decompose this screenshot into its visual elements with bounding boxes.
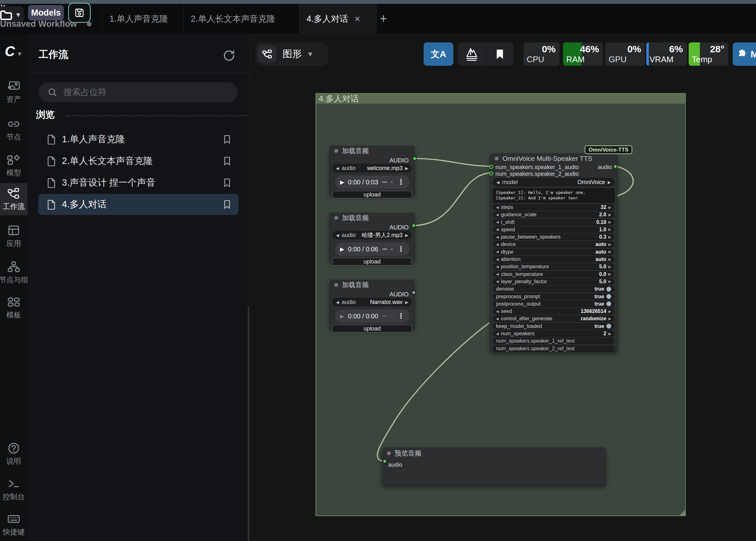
omnivoice-widget-num_speakers.speaker_2_ref_text[interactable]: num_speakers.speaker_2_ref_text [493, 345, 614, 352]
toggle-knob[interactable] [606, 294, 611, 299]
graph-mode-dropdown[interactable]: 图形 ▾ [255, 42, 328, 66]
seek-slider[interactable] [382, 315, 387, 317]
omnivoice-widget-position_temperature[interactable]: ◀position_temperature5.0▶ [493, 264, 614, 270]
decrement-arrow-icon[interactable]: ◀ [496, 228, 499, 231]
workflow-item-3[interactable]: 3.声音设计 捏一个声音 [38, 172, 238, 193]
rail-item-nodes-and-groups[interactable]: 节点与组 [0, 261, 27, 285]
prev-arrow-icon[interactable]: ◀ [336, 166, 339, 170]
audio-file-combo[interactable]: ◀ audio 哈喽-男人2.mp3 ▶ [332, 231, 412, 239]
omnivoice-widget-t_shift[interactable]: ◀t_shift0.10▶ [493, 219, 614, 226]
decrement-arrow-icon[interactable]: ◀ [496, 317, 499, 320]
decrement-arrow-icon[interactable]: ◀ [496, 272, 499, 276]
omnivoice-widget-pause_between_speakers[interactable]: ◀pause_between_speakers0.3▶ [493, 234, 614, 240]
collapse-dot-icon[interactable] [387, 451, 391, 455]
load-audio-node-2[interactable]: 加载音频 AUDIO ◀ audio 哈喽-男人2.mp3 ▶ ▶ 0:00 /… [329, 213, 415, 262]
port-omni-speaker1-in[interactable] [489, 165, 494, 169]
rail-item-help[interactable]: 说明 [0, 442, 27, 466]
bookmark-button[interactable] [486, 42, 514, 66]
increment-arrow-icon[interactable]: ▶ [608, 236, 611, 239]
preview-audio-node[interactable]: 预览音频 audio [382, 447, 606, 485]
kebab-menu-icon[interactable]: ⋮ [397, 178, 404, 186]
tab-long-text-voice-clone[interactable]: 2.单人长文本声音克隆 [184, 4, 306, 34]
bookmark-icon[interactable] [223, 135, 231, 144]
omnivoice-widget-attention[interactable]: ◀attentionauto▶ [493, 256, 614, 263]
model-combo[interactable]: ◀ model OmniVoice ▶ [493, 178, 614, 186]
omnivoice-widget-postprocess_output[interactable]: postprocess_outputtrue [493, 301, 614, 307]
node-header[interactable]: 预览音频 [382, 448, 605, 459]
panel-scrollbar[interactable] [248, 306, 249, 541]
increment-arrow-icon[interactable]: ▶ [608, 332, 611, 335]
increment-arrow-icon[interactable]: ▶ [608, 213, 611, 217]
decrement-arrow-icon[interactable]: ◀ [496, 258, 499, 261]
omnivoice-widget-class_temperature[interactable]: ◀class_temperature0.0▶ [493, 271, 614, 277]
omnivoice-widget-guidance_scale[interactable]: ◀guidance_scale2.0▶ [493, 212, 614, 218]
group-header[interactable]: 4.多人对话 [316, 94, 685, 104]
decrement-arrow-icon[interactable]: ◀ [496, 310, 499, 313]
port-load3-audio-out[interactable] [412, 290, 416, 295]
tab-voice-clone[interactable]: 1.单人声音克隆 [102, 4, 190, 34]
node-header[interactable]: OmniVoice Multi-Speaker TTS [490, 154, 617, 163]
increment-arrow-icon[interactable]: ▶ [608, 272, 611, 276]
rail-item-apps[interactable]: 应用 [0, 225, 27, 249]
prev-arrow-icon[interactable]: ◀ [496, 180, 500, 184]
rail-item-console[interactable]: 控制台 [0, 478, 27, 502]
omnivoice-widget-denoise[interactable]: denoisetrue [493, 286, 614, 292]
increment-arrow-icon[interactable]: ▶ [608, 265, 611, 269]
increment-arrow-icon[interactable]: ▶ [608, 228, 611, 231]
next-arrow-icon[interactable]: ▶ [405, 166, 408, 170]
rail-item-models[interactable]: 模型 [0, 154, 27, 178]
node-header[interactable]: 加载音频 [330, 213, 414, 223]
collapse-dot-icon[interactable] [334, 149, 338, 153]
increment-arrow-icon[interactable]: ▶ [608, 250, 611, 254]
upload-button[interactable]: upload [332, 191, 412, 199]
omnivoice-widget-num_speakers[interactable]: ◀num_speakers2▶ [493, 330, 614, 337]
toggle-knob[interactable] [606, 301, 611, 306]
increment-arrow-icon[interactable]: ▶ [608, 310, 611, 313]
decrement-arrow-icon[interactable]: ◀ [496, 221, 499, 224]
load-audio-node-3[interactable]: 加载音频 AUDIO ◀ audio Narrator.wav ▶ ▶ 0:00… [329, 280, 415, 329]
increment-arrow-icon[interactable]: ▶ [608, 258, 611, 261]
omnivoice-widget-num_speakers.speaker_1_ref_text[interactable]: num_speakers.speaker_1_ref_text [493, 338, 614, 344]
upload-button[interactable]: upload [332, 258, 412, 266]
rail-item-nodes[interactable]: 节点 [0, 118, 27, 142]
decrement-arrow-icon[interactable]: ◀ [496, 236, 499, 239]
omnivoice-widget-preprocess_prompt[interactable]: preprocess_prompttrue [493, 293, 614, 300]
omnivoice-widget-device[interactable]: ◀deviceauto▶ [493, 241, 614, 248]
omnivoice-widget-dtype[interactable]: ◀dtypeauto▶ [493, 249, 614, 255]
next-arrow-icon[interactable]: ▶ [405, 233, 408, 237]
play-icon[interactable]: ▶ [340, 313, 344, 319]
close-tab-icon[interactable]: × [355, 13, 360, 24]
rail-item-shortcuts[interactable]: 快捷键 [0, 513, 27, 537]
load-audio-node-1[interactable]: 加载音频 AUDIO ◀ audio welcome.mp3 ▶ ▶ 0:00 … [329, 146, 415, 195]
rail-item-assets[interactable]: 资产 [0, 80, 27, 104]
bookmark-icon[interactable] [223, 200, 231, 209]
prev-arrow-icon[interactable]: ◀ [336, 300, 339, 304]
models-button[interactable]: Models [28, 5, 64, 20]
increment-arrow-icon[interactable]: ▶ [608, 280, 611, 283]
increment-arrow-icon[interactable]: ▶ [608, 317, 611, 320]
bookmark-icon[interactable] [223, 156, 231, 166]
volume-icon[interactable] [391, 246, 393, 253]
port-omni-speaker2-in[interactable] [489, 172, 494, 176]
omnivoice-widget-seed[interactable]: ◀seed136626514▶ [493, 308, 614, 314]
omnivoice-widget-speed[interactable]: ◀speed1.0▶ [493, 227, 614, 233]
play-icon[interactable]: ▶ [340, 179, 344, 186]
kebab-menu-icon[interactable]: ⋮ [397, 245, 404, 253]
decrement-arrow-icon[interactable]: ◀ [496, 243, 499, 246]
seek-slider[interactable] [382, 182, 387, 183]
volume-icon[interactable] [391, 312, 393, 319]
bookmark-icon[interactable] [223, 178, 231, 188]
audio-player[interactable]: ▶ 0:00 / 0:03 ⋮ [335, 176, 410, 189]
play-icon[interactable]: ▶ [340, 246, 344, 253]
decrement-arrow-icon[interactable]: ◀ [496, 280, 499, 283]
workflow-item-2[interactable]: 2.单人长文本声音克隆 [38, 151, 238, 172]
next-arrow-icon[interactable]: ▶ [405, 300, 408, 304]
workflow-item-1[interactable]: 1.单人声音克隆 [38, 129, 238, 150]
next-arrow-icon[interactable]: ▶ [608, 180, 611, 184]
kebab-menu-icon[interactable]: ⋮ [397, 312, 404, 320]
rail-item-templates[interactable]: 模板 [0, 296, 27, 320]
logo-chevron-down-icon[interactable]: ▾ [18, 50, 21, 58]
omnivoice-widget-keep_model_loaded[interactable]: keep_model_loadedtrue [493, 323, 614, 329]
omnivoice-tts-node[interactable]: OmniVoice Multi-Speaker TTS num_speakers… [490, 154, 617, 351]
upload-button[interactable]: upload [332, 325, 412, 332]
